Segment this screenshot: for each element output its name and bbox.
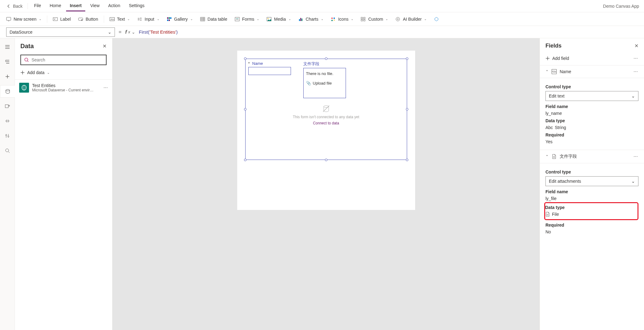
upload-file-button[interactable]: 📎 Upload file [306,81,343,86]
button-button[interactable]: Button [75,15,101,23]
back-button[interactable]: Back [4,4,25,9]
connect-to-data-link[interactable]: Connect to data [313,121,339,125]
plus-icon [545,56,550,61]
property-selector[interactable]: DataSource ⌄ [6,27,115,37]
close-icon[interactable]: ✕ [634,43,638,49]
rail-hamburger[interactable] [1,41,14,53]
plus-icon [20,70,25,75]
svg-rect-30 [300,18,301,21]
chevron-down-icon: ⌄ [132,30,135,35]
svg-point-54 [25,58,28,61]
charts-button[interactable]: Charts ⌄ [295,15,326,23]
media-icon [267,17,271,22]
text-type-icon: Abc [552,69,557,74]
rail-data[interactable] [0,85,15,98]
new-screen-button[interactable]: New screen ⌄ [3,15,44,23]
add-field-button[interactable]: Add field [545,56,569,61]
formula-bar: DataSource ⌄ = fx ⌄ First('Test Entities… [0,26,644,38]
search-input[interactable] [32,57,103,62]
control-type-select[interactable]: Edit attachments ⌄ [545,176,638,186]
input-label: Input [145,17,154,22]
file-attachment-box[interactable]: There is no file. 📎 Upload file [303,68,346,98]
rail-flows[interactable] [1,115,14,127]
tab-action[interactable]: Action [104,1,124,11]
canvas-area[interactable]: *Name 文件字段 There is no file. 📎 Upload fi… [112,38,540,330]
control-type-value: Edit attachments [549,179,581,184]
charts-icon [298,17,303,22]
media-label: Media [274,17,286,22]
chevron-down-icon: ⌄ [321,17,323,21]
gallery-icon [167,17,172,22]
icons-button[interactable]: Icons ⌄ [328,15,356,23]
svg-point-13 [141,19,141,20]
resize-handle[interactable] [406,159,408,161]
datasource-item[interactable]: Test Entities Microsoft Dataverse - Curr… [15,80,112,96]
custom-button[interactable]: Custom ⌄ [358,15,391,23]
rail-advanced[interactable] [1,130,14,142]
forms-button[interactable]: Forms ⌄ [232,15,263,23]
data-type-label: Data type [545,205,635,210]
tab-view[interactable]: View [86,1,103,11]
media-button[interactable]: Media ⌄ [263,15,294,23]
resize-handle[interactable] [244,57,246,60]
mixed-reality-button[interactable] [431,15,439,23]
form-empty-state: This form isn't connected to any data ye… [245,104,407,125]
close-icon[interactable]: ✕ [103,43,107,49]
required-value: No [545,229,638,234]
rail-insert[interactable] [1,70,14,83]
separator [47,15,47,23]
more-icon[interactable]: ⋯ [103,85,108,90]
svg-line-60 [323,106,329,112]
file-type-icon [545,212,550,217]
file-field-card[interactable]: 文件字段 There is no file. 📎 Upload file [303,61,346,98]
form-fields: *Name 文件字段 There is no file. 📎 Upload fi… [248,61,346,98]
svg-rect-31 [301,19,302,21]
tab-insert[interactable]: Insert [66,1,85,11]
resize-handle[interactable] [325,159,327,161]
rail-search[interactable] [1,144,14,157]
chevron-down-icon: ⌄ [351,17,353,21]
field-card-header-name[interactable]: ⌃ Abc Name ⋯ [540,65,644,78]
control-type-label: Control type [545,169,638,174]
formula-input[interactable]: First('Test Entities') [139,29,638,35]
ai-builder-button[interactable]: AI Builder ⌄ [392,15,430,23]
svg-rect-15 [169,17,170,19]
resize-handle[interactable] [325,57,327,60]
rail-tree-view[interactable] [1,56,14,68]
data-table-button[interactable]: Data table [197,15,230,23]
tab-file[interactable]: File [30,1,45,11]
chevron-down-icon: ⌄ [257,17,259,21]
data-type-value: File [545,212,635,217]
text-button[interactable]: Abc Text ⌄ [107,15,133,23]
more-icon[interactable]: ⋯ [633,154,638,159]
input-button[interactable]: Input ⌄ [134,15,162,23]
field-card-header-file[interactable]: ⌃ 文件字段 ⋯ [540,150,644,163]
more-icon[interactable]: ⋯ [633,56,638,61]
upload-label: Upload file [313,81,332,86]
mixed-reality-icon [434,17,439,22]
svg-rect-34 [361,17,363,19]
label-button[interactable]: Label [50,15,74,23]
resize-handle[interactable] [406,57,408,60]
tab-settings[interactable]: Settings [125,1,148,11]
ribbon: New screen ⌄ Label Button Abc Text ⌄ Inp… [0,12,644,26]
rail-media[interactable] [1,100,14,112]
fx-icon[interactable]: fx ⌄ [125,29,135,35]
search-box[interactable] [20,55,107,65]
text-label: Text [117,17,125,22]
add-data-button[interactable]: Add data ⌄ [15,67,112,78]
more-icon[interactable]: ⋯ [633,69,638,74]
name-input[interactable] [248,67,291,75]
svg-point-32 [331,18,333,19]
name-field-card[interactable]: *Name [248,61,291,98]
tab-home[interactable]: Home [46,1,65,11]
svg-rect-17 [167,19,168,21]
form-control[interactable]: *Name 文件字段 There is no file. 📎 Upload fi… [245,59,407,160]
control-type-select[interactable]: Edit text ⌄ [545,91,638,101]
field-name-label: Field name [545,189,638,194]
gallery-button[interactable]: Gallery ⌄ [164,15,196,23]
canvas[interactable]: *Name 文件字段 There is no file. 📎 Upload fi… [237,51,415,210]
button-icon [78,17,83,22]
resize-handle[interactable] [244,159,246,161]
text-icon: Abc [110,17,115,22]
